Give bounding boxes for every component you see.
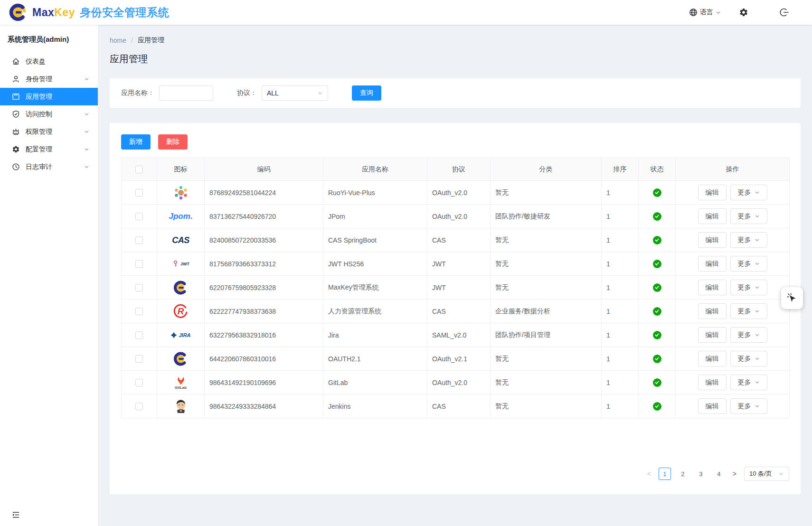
settings-gear-icon[interactable]	[739, 8, 748, 17]
app-sort: 1	[602, 181, 639, 205]
row-checkbox[interactable]	[135, 331, 143, 339]
app-code: 876892492581044224	[205, 181, 323, 205]
app-name: JWT HS256	[323, 252, 427, 276]
more-button[interactable]: 更多	[730, 351, 767, 366]
app-protocol: JWT	[427, 276, 491, 300]
filter-panel: 应用名称： 协议： ALL 查询	[110, 78, 801, 108]
sidebar-item-permissions[interactable]: 权限管理	[0, 123, 98, 141]
app-protocol: OAuth_v2.0	[427, 181, 491, 205]
row-checkbox[interactable]	[135, 355, 143, 363]
logout-icon[interactable]	[780, 8, 789, 17]
sidebar-collapse-button[interactable]	[11, 510, 20, 519]
table-row: 876892492581044224RuoYi-Vue-PlusOAuth_v2…	[122, 181, 790, 205]
col-code: 编码	[205, 158, 323, 181]
pagination: < 1234 > 10 条/页	[121, 467, 789, 481]
app-category: 暂无	[491, 276, 602, 300]
app-name-input[interactable]	[159, 85, 213, 101]
pagination-prev[interactable]: <	[647, 470, 651, 478]
breadcrumb-home-link[interactable]: home	[110, 37, 126, 44]
current-user-label: 系统管理员(admin)	[0, 25, 98, 49]
table-row: 986432249333284864JenkinsCAS暂无1编辑更多	[122, 394, 790, 418]
table-header-row: 图标 编码 应用名称 协议 分类 排序 状态 操作	[122, 158, 790, 181]
row-checkbox[interactable]	[135, 189, 143, 197]
pagination-next[interactable]: >	[733, 470, 736, 478]
sidebar-item-dashboard[interactable]: 仪表盘	[0, 53, 98, 70]
status-enabled-icon	[653, 212, 661, 221]
user-icon	[11, 75, 20, 84]
chevron-down-icon	[778, 471, 784, 477]
chevron-down-icon	[755, 214, 760, 219]
edit-button[interactable]: 编辑	[698, 327, 727, 343]
table-toolbar: 新增 删除	[121, 134, 789, 150]
status-enabled-icon	[653, 188, 661, 197]
app-protocol: SAML_v2.0	[427, 323, 491, 347]
edit-button[interactable]: 编辑	[698, 232, 727, 248]
sidebar-item-access[interactable]: 访问控制	[0, 105, 98, 123]
edit-button[interactable]: 编辑	[698, 280, 727, 295]
more-button[interactable]: 更多	[730, 185, 767, 200]
app-protocol: OAuth_v2.1	[427, 347, 491, 371]
search-button[interactable]: 查询	[352, 85, 381, 101]
edit-button[interactable]: 编辑	[698, 351, 727, 366]
pagination-page-1[interactable]: 1	[659, 468, 671, 480]
app-name: 人力资源管理系统	[323, 300, 427, 323]
floating-tool-button[interactable]	[781, 287, 803, 309]
cas-logo: CAS	[157, 228, 204, 252]
app-name: CAS SpringBoot	[323, 228, 427, 252]
row-checkbox[interactable]	[135, 284, 143, 291]
main-content: home / 应用管理 应用管理 应用名称： 协议： ALL 查询 新增 删除	[98, 25, 812, 526]
app-sort: 1	[602, 300, 639, 323]
more-button[interactable]: 更多	[730, 280, 767, 295]
add-button[interactable]: 新增	[121, 134, 151, 150]
more-button[interactable]: 更多	[730, 398, 767, 414]
language-menu[interactable]: 语言	[689, 8, 721, 17]
row-checkbox[interactable]	[135, 260, 143, 268]
chevron-down-icon	[317, 90, 323, 96]
row-checkbox[interactable]	[135, 403, 143, 410]
pagination-page-4[interactable]: 4	[713, 468, 725, 480]
sidebar-item-config[interactable]: 配置管理	[0, 141, 98, 158]
more-button[interactable]: 更多	[730, 256, 767, 272]
chevron-down-icon	[755, 309, 760, 314]
col-name: 应用名称	[323, 158, 427, 181]
row-checkbox[interactable]	[135, 308, 143, 315]
edit-button[interactable]: 编辑	[698, 303, 727, 319]
row-checkbox[interactable]	[135, 236, 143, 244]
brand-subtitle: 身份安全管理系统	[80, 6, 169, 19]
apps-table: 图标 编码 应用名称 协议 分类 排序 状态 操作 87689249258104…	[121, 158, 790, 418]
page-size-select[interactable]: 10 条/页	[744, 467, 789, 481]
app-sort: 1	[602, 347, 639, 371]
edit-button[interactable]: 编辑	[698, 185, 727, 200]
sidebar-item-audit[interactable]: 日志审计	[0, 158, 98, 176]
clock-icon	[11, 163, 20, 171]
brand: MaxKey身份安全管理系统	[9, 2, 169, 22]
edit-button[interactable]: 编辑	[698, 256, 727, 272]
status-enabled-icon	[653, 355, 661, 363]
pen-cursor-icon	[786, 292, 798, 304]
pagination-pages: 1234	[656, 468, 728, 480]
edit-button[interactable]: 编辑	[698, 375, 727, 390]
edit-button[interactable]: 编辑	[698, 208, 727, 224]
row-checkbox[interactable]	[135, 379, 143, 386]
more-button[interactable]: 更多	[730, 232, 767, 248]
protocol-select[interactable]: ALL	[262, 85, 328, 101]
app-category: 暂无	[491, 181, 602, 205]
app-name: MaxKey管理系统	[323, 276, 427, 300]
home-icon	[11, 57, 20, 66]
sidebar-item-identity[interactable]: 身份管理	[0, 70, 98, 88]
app-protocol: OAuth_v2.0	[427, 371, 491, 394]
app-name: JPom	[323, 205, 427, 228]
more-button[interactable]: 更多	[730, 375, 767, 390]
select-all-checkbox[interactable]	[135, 166, 143, 173]
app-category: 团队协作/项目管理	[491, 323, 602, 347]
sidebar-item-apps[interactable]: 应用管理	[0, 88, 98, 105]
delete-button[interactable]: 删除	[158, 134, 188, 150]
app-sort: 1	[602, 276, 639, 300]
pagination-page-3[interactable]: 3	[695, 468, 707, 480]
pagination-page-2[interactable]: 2	[677, 468, 689, 480]
more-button[interactable]: 更多	[730, 208, 767, 224]
edit-button[interactable]: 编辑	[698, 398, 727, 414]
row-checkbox[interactable]	[135, 213, 143, 220]
more-button[interactable]: 更多	[730, 303, 767, 319]
more-button[interactable]: 更多	[730, 327, 767, 343]
